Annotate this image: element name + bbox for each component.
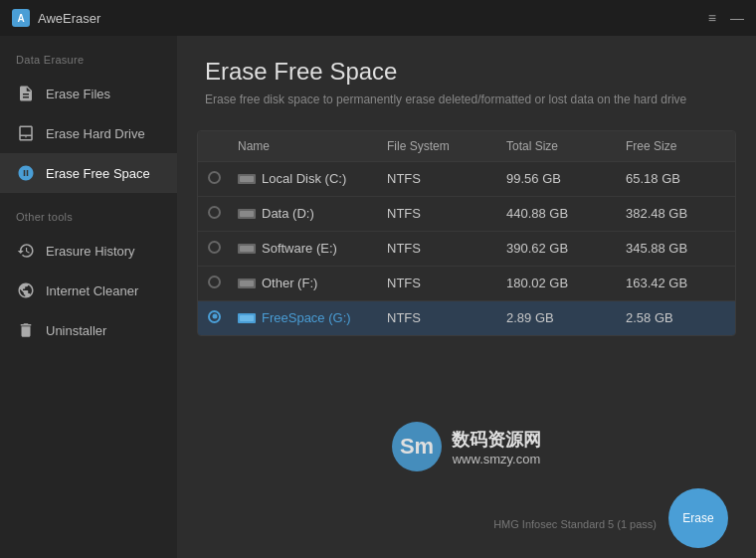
sidebar-item-label: Erase Files: [46, 87, 110, 101]
menu-icon[interactable]: ≡: [708, 10, 716, 26]
app-icon: A: [12, 9, 30, 27]
watermark-logo: Sm: [400, 434, 434, 460]
window-controls: ≡ —: [708, 10, 744, 26]
row-radio[interactable]: [208, 310, 238, 326]
sidebar: Data Erasure Erase Files Erase Hard Driv…: [0, 36, 177, 558]
sidebar-item-erase-hard-drive[interactable]: Erase Hard Drive: [0, 113, 177, 153]
sidebar-item-label: Uninstaller: [46, 323, 106, 338]
file-system: NTFS: [387, 310, 506, 325]
svg-rect-3: [240, 211, 254, 217]
total-size: 2.89 GB: [506, 310, 626, 325]
bottom-area: Sm 数码资源网 www.smzy.com HMG Infosec Standa…: [177, 336, 756, 558]
table-row[interactable]: Data (D:) NTFS 440.88 GB 382.48 GB: [198, 197, 735, 232]
row-radio[interactable]: [208, 206, 238, 222]
title-bar: A AweEraser ≡ —: [0, 0, 756, 36]
other-tools-label: Other tools: [0, 207, 177, 231]
table-row[interactable]: Other (F:) NTFS 180.02 GB 163.42 GB: [198, 267, 735, 301]
free-size: 345.88 GB: [626, 241, 725, 256]
minimize-icon[interactable]: —: [730, 10, 744, 26]
table-row[interactable]: Local Disk (C:) NTFS 99.56 GB 65.18 GB: [198, 162, 735, 197]
sidebar-item-erase-free-space[interactable]: Erase Free Space: [0, 153, 177, 193]
erase-button[interactable]: Erase: [668, 488, 728, 548]
total-size: 440.88 GB: [506, 206, 626, 221]
svg-rect-9: [240, 315, 254, 321]
col-name: Name: [238, 139, 387, 153]
free-size: 382.48 GB: [626, 206, 725, 221]
total-size: 390.62 GB: [506, 241, 626, 256]
drive-name: Data (D:): [238, 206, 387, 221]
sidebar-item-label: Erase Free Space: [46, 166, 150, 181]
total-size: 180.02 GB: [506, 276, 626, 290]
erasure-history-icon: [16, 241, 36, 261]
free-size: 65.18 GB: [626, 171, 725, 186]
content-area: Erase Free Space Erase free disk space t…: [177, 36, 756, 558]
watermark: Sm 数码资源网 www.smzy.com: [392, 422, 541, 471]
page-title: Erase Free Space: [205, 58, 728, 86]
table-header: Name File System Total Size Free Size: [198, 131, 735, 162]
file-system: NTFS: [387, 276, 506, 290]
col-select: [208, 139, 238, 153]
free-size: 2.58 GB: [626, 310, 725, 325]
svg-rect-7: [240, 280, 254, 286]
drive-name: Local Disk (C:): [238, 171, 387, 186]
drive-name: Other (F:): [238, 276, 387, 290]
watermark-line1: 数码资源网: [452, 428, 541, 452]
watermark-line2: www.smzy.com: [452, 452, 541, 466]
data-erasure-label: Data Erasure: [0, 50, 177, 74]
page-subtitle: Erase free disk space to permanently era…: [205, 92, 728, 108]
row-radio[interactable]: [208, 171, 238, 187]
main-layout: Data Erasure Erase Files Erase Hard Driv…: [0, 36, 756, 558]
sidebar-item-label: Erasure History: [46, 244, 135, 259]
erase-files-icon: [16, 84, 36, 103]
drive-name: Software (E:): [238, 241, 387, 256]
file-system: NTFS: [387, 171, 506, 186]
row-radio[interactable]: [208, 276, 238, 291]
uninstaller-icon: [16, 320, 36, 340]
table-row[interactable]: Software (E:) NTFS 390.62 GB 345.88 GB: [198, 232, 735, 267]
sidebar-item-internet-cleaner[interactable]: Internet Cleaner: [0, 271, 177, 310]
col-filesystem: File System: [387, 139, 506, 153]
sidebar-item-erase-files[interactable]: Erase Files: [0, 74, 177, 113]
row-radio[interactable]: [208, 241, 238, 257]
footer-text: HMG Infosec Standard 5 (1 pass): [493, 518, 657, 530]
drives-table: Name File System Total Size Free Size Lo…: [197, 130, 736, 336]
sidebar-item-label: Erase Hard Drive: [46, 126, 145, 141]
svg-rect-5: [240, 246, 254, 252]
sidebar-item-uninstaller[interactable]: Uninstaller: [0, 310, 177, 350]
free-size: 163.42 GB: [626, 276, 725, 290]
col-total-size: Total Size: [506, 139, 626, 153]
sidebar-item-label: Internet Cleaner: [46, 283, 138, 298]
col-free-size: Free Size: [626, 139, 725, 153]
sidebar-item-erasure-history[interactable]: Erasure History: [0, 231, 177, 271]
drive-name: FreeSpace (G:): [238, 310, 387, 325]
internet-cleaner-icon: [16, 280, 36, 300]
table-row[interactable]: FreeSpace (G:) NTFS 2.89 GB 2.58 GB: [198, 301, 735, 335]
erase-hard-drive-icon: [16, 123, 36, 143]
file-system: NTFS: [387, 206, 506, 221]
total-size: 99.56 GB: [506, 171, 626, 186]
content-header: Erase Free Space Erase free disk space t…: [177, 36, 756, 116]
svg-rect-1: [240, 176, 254, 182]
erase-free-space-icon: [16, 163, 36, 183]
app-title: AweEraser: [38, 11, 708, 26]
file-system: NTFS: [387, 241, 506, 256]
